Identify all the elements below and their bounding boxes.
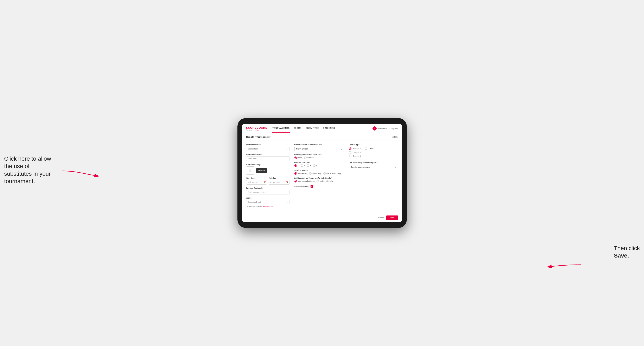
nav-tournaments[interactable]: TOURNAMENTS	[272, 124, 290, 133]
scoring-api-select[interactable]: Select a scoring service	[349, 165, 398, 169]
event-for-label: Is this event for Teams and/or Individua…	[294, 177, 344, 179]
form-body: Tournament Host Tournament name Tourname…	[242, 140, 402, 213]
nav-username: blair admin	[378, 127, 387, 130]
rounds-1[interactable]: 1	[294, 164, 298, 167]
allow-substitutes-row: Allow substitutes?	[294, 185, 344, 188]
save-button[interactable]: Save	[386, 215, 398, 220]
scoring-system-radio-group: Stroke Play Match Play Medal Match Play	[294, 172, 344, 175]
rounds-4-label: 4	[316, 165, 317, 167]
logo-subtitle: Powered by clippd	[246, 129, 268, 131]
rounds-3[interactable]: 3	[307, 164, 311, 167]
sponsor-label: Sponsor (optional)	[246, 187, 290, 189]
rounds-4-radio	[313, 164, 316, 167]
tournament-logo-group: Tournament logo ⊞ Upload	[246, 164, 290, 175]
format-5count4-radio[interactable]	[349, 148, 352, 150]
division-group: Which division is the event for? NCAA Di…	[294, 144, 344, 151]
nav-teams[interactable]: TEAMS	[294, 124, 302, 133]
rounds-radio-group: 1 2 3 4	[294, 164, 344, 167]
sponsor-input[interactable]	[246, 190, 290, 194]
start-date-field: Start date 📅	[246, 177, 267, 184]
format-other-radio[interactable]	[365, 148, 367, 150]
cancel-button[interactable]: Cancel	[378, 217, 384, 219]
gender-label: Which gender is the event for?	[294, 154, 344, 156]
event-teams-label: Teams (+Individuals)	[298, 180, 315, 182]
form-col-right: Format type 5 count 4 6 count 4	[349, 144, 398, 210]
calendar-icon-end: 📅	[286, 181, 288, 183]
venue-input[interactable]	[246, 200, 290, 204]
arrow-left	[60, 163, 101, 179]
format-6count5-label: 6 count 5	[353, 155, 361, 157]
tournament-name-group: Tournament name	[246, 154, 290, 161]
event-for-radio-group: Teams (+Individuals) Individuals Only	[294, 180, 344, 182]
format-6count4: 6 count 4	[349, 151, 361, 154]
scoring-match-radio	[309, 172, 312, 175]
upload-button[interactable]: Upload	[256, 168, 268, 173]
date-row: Start date 📅 End date 📅	[246, 177, 290, 184]
format-5count4-label: 5 count 4	[353, 148, 361, 150]
event-teams[interactable]: Teams (+Individuals)	[294, 180, 315, 182]
event-individuals-radio	[316, 180, 319, 182]
scoring-medal-label: Medal Match Play	[326, 173, 341, 174]
format-type-label: Format type	[349, 144, 398, 146]
scoring-match-label: Match Play	[312, 173, 322, 174]
nav-committee[interactable]: COMMITTEE	[306, 124, 319, 133]
calendar-icon-start: 📅	[264, 181, 266, 183]
rounds-2-radio	[301, 164, 303, 167]
scoring-stroke[interactable]: Stroke Play	[294, 172, 307, 175]
back-button[interactable]: Back	[392, 136, 398, 138]
rounds-label: Number of rounds	[294, 162, 344, 164]
tablet-frame: SCOREBOARD Powered by clippd TOURNAMENTS…	[238, 118, 407, 228]
logo-brand: clippd	[255, 129, 259, 131]
format-options-col2: Other	[365, 148, 374, 159]
rounds-group: Number of rounds 1 2 3	[294, 162, 344, 167]
start-date-label: Start date	[246, 177, 267, 179]
format-5count4: 5 count 4	[349, 148, 361, 150]
gender-womens-radio	[304, 157, 306, 159]
sponsor-group: Sponsor (optional)	[246, 187, 290, 194]
format-other: Other	[365, 148, 374, 150]
arrow-right	[546, 260, 583, 270]
rounds-4[interactable]: 4	[313, 164, 317, 167]
event-teams-radio	[294, 180, 297, 182]
division-select[interactable]: NCAA Division I NCAA Division II NCAA Di…	[294, 147, 344, 151]
annotation-right-line2: Save.	[614, 252, 629, 259]
tournament-host-label: Tournament Host	[246, 144, 290, 146]
scoring-stroke-label: Stroke Play	[298, 173, 307, 174]
gender-group: Which gender is the event for? Mens Wome…	[294, 154, 344, 159]
scoring-api-label: Use third-party live scoring API?	[349, 162, 398, 164]
logo-text: SCOREBOARD	[246, 126, 268, 129]
venue-group: Venue Can't find your venue? email suppo…	[246, 197, 290, 207]
tournament-host-input[interactable]	[246, 147, 290, 151]
page-header: Create Tournament Back	[242, 133, 402, 140]
start-date-wrapper: 📅	[246, 180, 267, 184]
nav-rankings[interactable]: RANKINGS	[323, 124, 335, 133]
division-select-wrapper: NCAA Division I NCAA Division II NCAA Di…	[294, 147, 344, 151]
event-individuals-label: Individuals Only	[320, 180, 333, 182]
rounds-2[interactable]: 2	[301, 164, 305, 167]
form-col-left: Tournament Host Tournament name Tourname…	[246, 144, 290, 210]
event-individuals[interactable]: Individuals Only	[316, 180, 333, 182]
logo-board: BOARD	[257, 126, 268, 129]
annotation-right-line1: Then click	[614, 245, 640, 251]
gender-womens[interactable]: Womens	[304, 157, 314, 159]
rounds-3-label: 3	[310, 165, 311, 167]
tournament-name-input[interactable]	[246, 157, 290, 161]
nav-user: B blair admin | Sign out	[372, 126, 398, 131]
allow-substitutes-checkbox[interactable]	[310, 185, 313, 188]
venue-email-link[interactable]: email support	[263, 206, 273, 207]
format-6count4-radio[interactable]	[349, 151, 352, 154]
gender-mens-label: Mens	[298, 157, 302, 159]
gender-mens[interactable]: Mens	[294, 157, 302, 159]
sign-out-link[interactable]: Sign out	[391, 127, 398, 130]
scoring-medal[interactable]: Medal Match Play	[323, 172, 341, 175]
scoring-system-group: Scoring system Stroke Play Match Play	[294, 169, 344, 175]
page-title: Create Tournament	[246, 136, 270, 139]
format-6count5-radio[interactable]	[349, 155, 352, 157]
scoring-system-label: Scoring system	[294, 169, 344, 171]
form-footer: Cancel Save	[242, 213, 402, 222]
rounds-2-label: 2	[304, 165, 305, 167]
end-date-wrapper: 📅	[269, 180, 290, 184]
scoring-match[interactable]: Match Play	[309, 172, 322, 175]
nav-links: TOURNAMENTS TEAMS COMMITTEE RANKINGS	[272, 124, 372, 133]
gender-mens-radio	[294, 157, 297, 159]
